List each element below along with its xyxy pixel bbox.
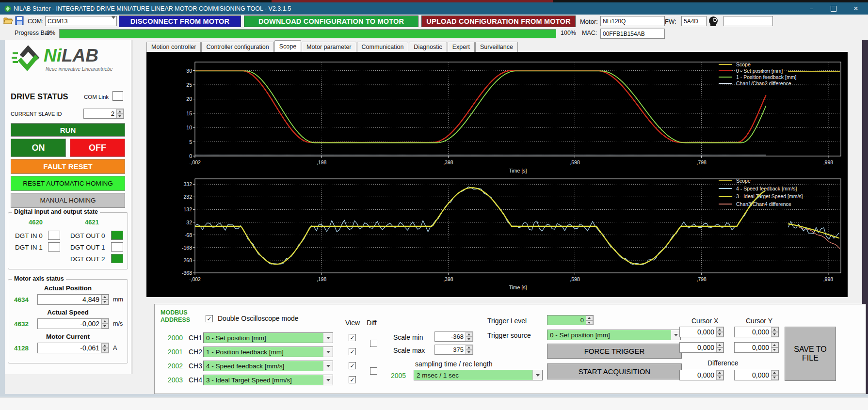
- tab-motion-controller[interactable]: Motion controller: [146, 42, 201, 52]
- cursor-field-y2[interactable]: 0,000: [734, 342, 779, 353]
- com-link-checkbox[interactable]: [113, 91, 123, 101]
- minimize-button[interactable]: −: [800, 2, 822, 15]
- fw-field[interactable]: 5A4D: [681, 16, 707, 26]
- open-file-icon[interactable]: [3, 16, 13, 25]
- channel-diff-checkbox[interactable]: [370, 367, 377, 375]
- save-to-file-button[interactable]: SAVE TO FILE: [785, 327, 836, 381]
- extra-field[interactable]: [723, 16, 773, 26]
- force-trigger-button[interactable]: FORCE TRIGGER: [547, 344, 682, 359]
- com-select[interactable]: COM13: [45, 16, 117, 26]
- tab-motor-parameter[interactable]: Motor parameter: [302, 42, 356, 52]
- trigger-source-dropdown-arrow[interactable]: [671, 330, 680, 340]
- axis-row-title: Motor Current: [8, 333, 128, 340]
- channel-dropdown[interactable]: 4 - Speed feedback [mm/s]: [203, 361, 333, 371]
- double-oscilloscope-checkbox[interactable]: ✓: [206, 315, 213, 322]
- dgt-out-indicator[interactable]: [111, 242, 123, 252]
- cursor-spinner[interactable]: [771, 343, 778, 352]
- slave-id-field[interactable]: 2: [83, 109, 124, 119]
- tab-expert[interactable]: Expert: [448, 42, 475, 52]
- channel-dropdown-arrow[interactable]: [323, 375, 333, 385]
- svg-text:232: 232: [183, 194, 192, 200]
- tab-diagnostic[interactable]: Diagnostic: [409, 42, 447, 52]
- slave-id-spinner[interactable]: [116, 109, 124, 118]
- mac-field[interactable]: 00FFB1B154AB: [600, 29, 665, 39]
- cursor-spinner[interactable]: [716, 327, 723, 337]
- tab-communication[interactable]: Communication: [357, 42, 409, 52]
- cursor-field-x1[interactable]: 0,000: [679, 327, 724, 337]
- svg-text:,398: ,398: [443, 276, 453, 282]
- svg-text:-168: -168: [182, 245, 192, 251]
- channel-dropdown-arrow[interactable]: [323, 347, 333, 357]
- dgt-out-indicator[interactable]: [111, 231, 123, 240]
- trigger-source-dropdown[interactable]: 0 - Set position [mm]: [547, 330, 681, 340]
- channel-dropdown[interactable]: 0 - Set position [mm]: [203, 332, 333, 343]
- dgt-in-indicator[interactable]: [48, 231, 60, 240]
- channel-view-checkbox[interactable]: ✓: [349, 348, 356, 355]
- start-acquisition-button[interactable]: START ACQUISITION: [547, 363, 682, 379]
- scale-min-spinner[interactable]: [466, 332, 473, 341]
- cursor-spinner[interactable]: [771, 370, 778, 380]
- channel-view-checkbox[interactable]: ✓: [349, 362, 356, 369]
- fault-reset-button[interactable]: FAULT RESET: [11, 159, 125, 174]
- reset-automatic-homing-button[interactable]: RESET AUTOMATIC HOMING: [11, 176, 125, 191]
- tab-surveillance[interactable]: Surveillance: [475, 42, 518, 52]
- on-button[interactable]: ON: [11, 139, 66, 157]
- axis-row-spinner[interactable]: [101, 295, 109, 304]
- oscilloscope-svg: 051015202530-,002,198,398,598,798,998Tim…: [146, 52, 848, 297]
- save-icon[interactable]: [15, 16, 24, 25]
- svg-text:Time [s]: Time [s]: [509, 168, 527, 173]
- tab-controller-configuration[interactable]: Controller configuration: [201, 42, 273, 52]
- svg-text:,998: ,998: [823, 159, 834, 165]
- window-frame-left: [0, 40, 5, 396]
- tab-bar: Motion controllerController configuratio…: [146, 41, 848, 52]
- disconnect-button[interactable]: DISCONNECT FROM MOTOR: [119, 16, 241, 27]
- channel-dropdown[interactable]: 3 - Ideal Target Speed [mm/s]: [203, 375, 333, 385]
- trigger-level-field[interactable]: 0: [547, 315, 594, 325]
- dgt-out-indicator[interactable]: [111, 254, 123, 263]
- manual-homing-button[interactable]: MANUAL HOMING: [11, 193, 125, 208]
- cursor-spinner[interactable]: [716, 343, 723, 352]
- axis-row-spinner[interactable]: [101, 319, 109, 329]
- off-button[interactable]: OFF: [70, 139, 125, 157]
- channel-dropdown-arrow[interactable]: [323, 333, 333, 343]
- channel-view-checkbox[interactable]: ✓: [349, 376, 356, 383]
- upload-config-button[interactable]: UPLOAD CONFIGURATION FROM MOTOR: [421, 16, 576, 27]
- scale-min-field[interactable]: -368: [434, 331, 473, 342]
- motor-field[interactable]: NLi120Q: [600, 16, 665, 26]
- com-dropdown-arrow[interactable]: [112, 19, 115, 26]
- channel-value: 3 - Ideal Target Speed [mm/s]: [206, 377, 292, 384]
- trigger-level-spinner[interactable]: [586, 315, 593, 325]
- svg-text:-,002: -,002: [189, 159, 201, 165]
- dgt-in-indicator[interactable]: [48, 242, 60, 252]
- maximize-button[interactable]: [822, 2, 845, 15]
- splitter[interactable]: [132, 40, 132, 374]
- profile-gear-icon[interactable]: [707, 15, 720, 27]
- svg-text:,798: ,798: [696, 159, 707, 165]
- cursor-field-dy[interactable]: 0,000: [734, 370, 779, 380]
- sampling-dropdown[interactable]: 2 msec / 1 sec: [414, 370, 543, 380]
- axis-row-field[interactable]: 4,849: [37, 294, 109, 305]
- cursor-field-y1[interactable]: 0,000: [734, 327, 779, 337]
- trigger-source-label: Trigger source: [487, 331, 531, 339]
- run-button[interactable]: RUN: [11, 123, 125, 137]
- axis-row-field[interactable]: -0,002: [37, 318, 109, 329]
- channel-diff-checkbox[interactable]: [370, 340, 377, 347]
- channel-dropdown-arrow[interactable]: [323, 361, 333, 371]
- scale-max-spinner[interactable]: [466, 345, 473, 354]
- svg-text:20: 20: [186, 96, 192, 102]
- sampling-dropdown-arrow[interactable]: [532, 370, 542, 380]
- download-config-button[interactable]: DOWNLOAD CONFIGURATION TO MOTOR: [244, 16, 418, 27]
- cursor-field-x2[interactable]: 0,000: [679, 342, 724, 353]
- close-button[interactable]: ×: [845, 2, 867, 15]
- axis-row-field[interactable]: -0,061: [37, 343, 109, 353]
- svg-text:,798: ,798: [696, 276, 707, 282]
- svg-text:-,002: -,002: [189, 276, 201, 282]
- tab-scope[interactable]: Scope: [274, 40, 301, 52]
- cursor-spinner[interactable]: [716, 370, 723, 380]
- channel-dropdown[interactable]: 1 - Position feedback [mm]: [203, 347, 333, 357]
- cursor-spinner[interactable]: [771, 327, 778, 337]
- axis-row-spinner[interactable]: [101, 343, 109, 353]
- channel-view-checkbox[interactable]: ✓: [349, 334, 356, 341]
- scale-max-field[interactable]: 375: [434, 345, 473, 355]
- cursor-field-dx[interactable]: 0,000: [679, 370, 724, 380]
